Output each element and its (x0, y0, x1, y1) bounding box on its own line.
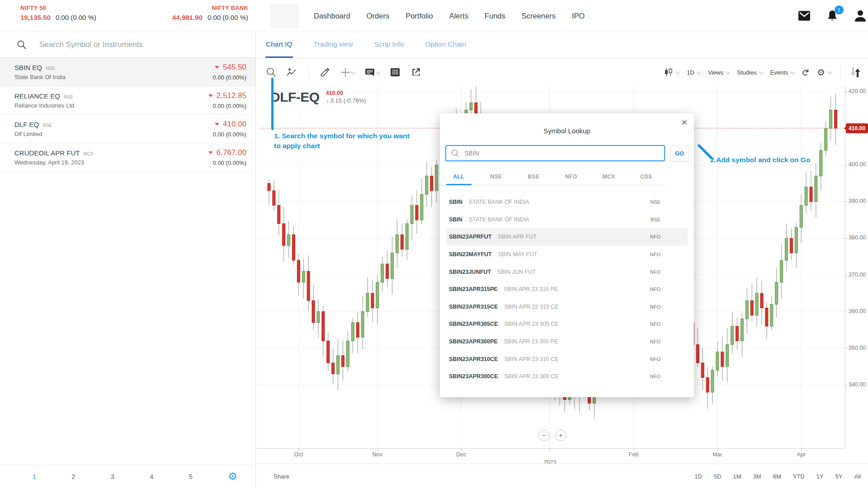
interval-menu[interactable]: 1D (687, 69, 701, 76)
nav-item-dashboard[interactable]: Dashboard (314, 12, 350, 20)
symbol-results-list: SBINSTATE BANK OF INDIANSESBINSTATE BANK… (446, 193, 688, 379)
timeframe-1y[interactable]: 1Y (816, 473, 824, 480)
result-symbol: SBIN23APR305CE (449, 321, 498, 327)
chart-type-menu[interactable] (663, 67, 679, 78)
symbol-search-input[interactable]: SBIN (445, 145, 665, 161)
nav-item-orders[interactable]: Orders (367, 12, 389, 20)
go-button[interactable]: GO (670, 145, 689, 161)
draw-button[interactable] (320, 67, 330, 78)
watchlist-page-5[interactable]: 5 (189, 473, 193, 480)
symbol-search-button[interactable] (266, 67, 277, 78)
exchange-tab-bse[interactable]: BSE (515, 169, 552, 185)
watchlist-name: Reliance Industries Ltd (14, 102, 74, 109)
result-name: SBIN APR 23 310 CE (504, 356, 558, 362)
watchlist-page-4[interactable]: 4 (150, 473, 153, 480)
exchange-tab-nfo[interactable]: NFO (552, 169, 590, 185)
tab-trading-view[interactable]: Trading view (313, 32, 354, 58)
watchlist-panel: Search Symbol or Instruments SBIN EQ NSE… (0, 32, 256, 488)
annotation-arrow-1 (271, 78, 274, 130)
main-nav: DashboardOrdersPortfolioAlertsFundsScree… (314, 0, 585, 32)
symbol-result-row[interactable]: SBIN23APR315CESBIN APR 23 315 CENFO (446, 298, 688, 316)
symbol-result-row[interactable]: SBINSTATE BANK OF INDIABSE (446, 211, 688, 229)
watchlist-search[interactable]: Search Symbol or Instruments (0, 32, 255, 58)
watchlist-symbol: CRUDEOIL APR FUT MCX (14, 149, 94, 157)
zoom-out-button[interactable]: − (538, 430, 550, 441)
table-view-button[interactable] (389, 67, 401, 78)
display-menu-button[interactable] (364, 67, 380, 78)
toolbar-divider (308, 66, 309, 79)
chart-settings-menu[interactable]: ⚙ (817, 68, 831, 77)
gear-icon[interactable]: ⚙ (228, 471, 237, 482)
notifications-button[interactable]: 1 (825, 8, 840, 23)
result-exchange: NFO (650, 374, 660, 379)
watchlist-page-1[interactable]: 1 (33, 473, 36, 480)
timeframe-6m[interactable]: 6M (773, 473, 781, 480)
timeframe-ytd[interactable]: YTD (793, 473, 805, 480)
timeframe-5d[interactable]: 5D (714, 473, 722, 480)
studies-menu[interactable]: Studies (737, 69, 763, 76)
symbol-result-row[interactable]: SBIN23APR310CESBIN APR 23 310 CENFO (446, 350, 688, 368)
timeframe-1m[interactable]: 1M (733, 473, 741, 480)
symbol-result-row[interactable]: SBIN23APR305CESBIN APR 23 305 CENFO (446, 315, 688, 333)
nav-item-portfolio[interactable]: Portfolio (406, 12, 433, 20)
watchlist-row[interactable]: SBIN EQ NSEState Bank Of India545.500.00… (0, 58, 255, 86)
result-symbol: SBIN (449, 216, 462, 223)
exchange-tab-all[interactable]: ALL (440, 169, 477, 185)
symbol-result-row[interactable]: SBIN23APR300PESBIN APR 23 300 PENFO (446, 333, 688, 351)
timeframe-1d[interactable]: 1D (694, 473, 702, 480)
chart-last-price: 410.00 (326, 90, 366, 96)
account-button[interactable] (853, 8, 868, 23)
nav-item-ipo[interactable]: IPO (572, 12, 585, 20)
views-menu[interactable]: Views (708, 69, 730, 76)
nav-item-funds[interactable]: Funds (485, 12, 505, 20)
result-exchange: NFO (650, 252, 660, 257)
compare-button[interactable] (286, 67, 297, 78)
mail-button[interactable] (797, 8, 812, 23)
close-icon[interactable]: ✕ (681, 118, 688, 127)
symbol-result-row[interactable]: SBIN23JUNFUTSBIN JUN FUTNFO (446, 263, 688, 281)
exchange-tab-cds[interactable]: CDS (627, 169, 665, 185)
tab-option-chain[interactable]: Option Chain (425, 32, 466, 58)
events-menu[interactable]: Events (770, 69, 795, 76)
symbol-result-row[interactable]: SBIN23MAYFUTSBIN MAY FUTNFO (446, 246, 688, 263)
timeframe-3m[interactable]: 3M (753, 473, 761, 480)
crosshair-button[interactable] (340, 66, 355, 78)
zoom-in-button[interactable]: + (555, 430, 566, 441)
refresh-button[interactable]: ↻ (802, 68, 810, 77)
symbol-result-row[interactable]: SBIN23APRFUTSBIN APR FUTNFO (446, 228, 688, 246)
index-value: 19,135.50 (20, 14, 51, 21)
watchlist-row[interactable]: DLF EQ NSEDlf Limited410.000.00 (0.00%) (0, 115, 255, 143)
tab-chart-iq[interactable]: Chart IQ (265, 32, 293, 58)
watchlist-row[interactable]: RELIANCE EQ NSEReliance Industries Ltd2,… (0, 86, 255, 115)
timeframe-bar: 1D5D1M3M6MYTD1Y5YAll (694, 473, 868, 480)
logo-placeholder (270, 4, 299, 28)
watchlist-page-2[interactable]: 2 (71, 473, 75, 480)
nav-item-alerts[interactable]: Alerts (449, 12, 468, 20)
down-triangle-icon (215, 123, 219, 126)
exchange-tab-mcx[interactable]: MCX (590, 169, 627, 185)
share-button[interactable]: Share (274, 473, 289, 480)
nav-item-screeners[interactable]: Screeners (522, 12, 556, 20)
exchange-tab-nse[interactable]: NSE (477, 169, 515, 185)
watchlist-symbol: RELIANCE EQ NSE (14, 92, 74, 100)
timeframe-5y[interactable]: 5Y (835, 473, 843, 480)
timeframe-all[interactable]: All (854, 473, 861, 480)
symbol-result-row[interactable]: SBIN23APR300CESBIN APR 23 300 CENFO (446, 368, 688, 379)
y-axis[interactable] (845, 86, 845, 448)
chart-toolbar: 1D Views Studies Events ↻ ⚙ (256, 59, 868, 86)
tab-scrip-info[interactable]: Scrip Info (374, 32, 404, 58)
y-axis-label: 420.00 (849, 88, 866, 94)
watchlist-exchange: NSE (46, 66, 55, 71)
index-name: NIFTY BANK (161, 5, 248, 11)
crosshair-icon (340, 66, 351, 78)
share-arrows-button[interactable] (850, 66, 863, 78)
chevron-down-icon (726, 69, 731, 74)
symbol-result-row[interactable]: SBIN23APR315PESBIN APR 23 315 PENFO (446, 281, 688, 298)
watchlist-row[interactable]: CRUDEOIL APR FUT MCXWednesday, April 19,… (0, 143, 255, 172)
watchlist-page-3[interactable]: 3 (111, 473, 114, 480)
interval-label: 1D (687, 69, 694, 76)
open-window-button[interactable] (410, 66, 422, 78)
symbol-result-row[interactable]: SBINSTATE BANK OF INDIANSE (446, 193, 688, 211)
notification-badge: 1 (835, 5, 844, 14)
result-symbol: SBIN23MAYFUT (449, 251, 492, 258)
